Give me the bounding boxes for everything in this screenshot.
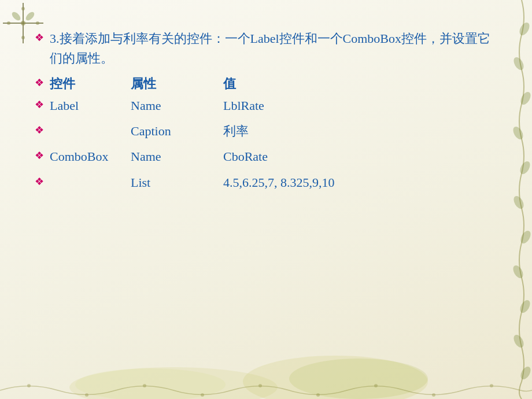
intro-bullet: ❖ 3.接着添加与利率有关的控件：一个Label控件和一个ComboBox控件，…	[35, 29, 497, 68]
svg-point-13	[518, 160, 532, 176]
svg-point-4	[21, 36, 25, 39]
row1-property: Name	[131, 96, 223, 116]
svg-point-9	[518, 21, 531, 37]
svg-point-32	[490, 384, 493, 387]
bullet-diamond-4: ❖	[35, 148, 44, 164]
bullet-diamond-1: ❖	[35, 30, 44, 46]
svg-point-21	[289, 359, 428, 399]
svg-point-26	[143, 384, 146, 387]
table-header: 控件 属性 值	[50, 74, 236, 94]
row1-value: LblRate	[223, 96, 264, 116]
svg-point-14	[512, 194, 526, 210]
svg-point-2	[21, 21, 25, 25]
svg-point-28	[258, 384, 262, 387]
data-row-3: ComboBox Name CboRate	[50, 147, 268, 167]
bullet-diamond-5: ❖	[35, 174, 44, 190]
slide: ❖ 3.接着添加与利率有关的控件：一个Label控件和一个ComboBox控件，…	[0, 0, 532, 399]
row4-value: 4.5,6.25,7, 8.325,9,10	[223, 173, 335, 193]
bullet-diamond-2: ❖	[35, 97, 44, 113]
svg-point-27	[201, 393, 204, 397]
header-row: ❖ 控件 属性 值	[35, 74, 497, 94]
svg-point-12	[512, 125, 525, 141]
vine-border-right	[512, 0, 532, 399]
slide-content: ❖ 3.接着添加与利率有关的控件：一个Label控件和一个ComboBox控件，…	[29, 17, 503, 210]
data-row-4: List 4.5,6.25,7, 8.325,9,10	[50, 173, 335, 193]
data-row-1: Label Name LblRate	[50, 96, 264, 116]
row-3: ❖ ComboBox Name CboRate	[35, 147, 497, 167]
svg-point-5	[7, 21, 10, 25]
svg-point-17	[518, 298, 532, 315]
header-col3: 值	[223, 74, 236, 94]
svg-point-15	[519, 229, 532, 245]
svg-point-16	[512, 264, 525, 280]
header-col2: 属性	[131, 74, 223, 94]
bottom-decoration	[0, 341, 532, 399]
row2-value: 利率	[223, 121, 249, 141]
row-1: ❖ Label Name LblRate	[35, 96, 497, 116]
svg-point-25	[85, 393, 88, 397]
bullet-diamond-header: ❖	[35, 75, 44, 91]
row-2: ❖ Caption 利率	[35, 121, 497, 141]
svg-point-7	[10, 10, 22, 22]
row2-property: Caption	[131, 121, 223, 141]
svg-point-30	[374, 384, 378, 387]
header-col1: 控件	[50, 74, 131, 94]
svg-point-10	[512, 56, 526, 72]
row3-control: ComboBox	[50, 147, 131, 167]
row3-property: Name	[131, 147, 223, 167]
row4-property: List	[131, 173, 223, 193]
data-row-2: Caption 利率	[50, 121, 249, 141]
svg-point-24	[27, 384, 31, 387]
svg-point-29	[316, 393, 320, 397]
svg-point-31	[432, 393, 435, 397]
bullet-diamond-3: ❖	[35, 123, 44, 138]
row-4: ❖ List 4.5,6.25,7, 8.325,9,10	[35, 173, 497, 193]
intro-text: 3.接着添加与利率有关的控件：一个Label控件和一个ComboBox控件，并设…	[50, 29, 497, 68]
svg-point-3	[21, 7, 25, 10]
row3-value: CboRate	[223, 147, 268, 167]
svg-point-11	[519, 90, 532, 106]
row1-control: Label	[50, 96, 131, 116]
